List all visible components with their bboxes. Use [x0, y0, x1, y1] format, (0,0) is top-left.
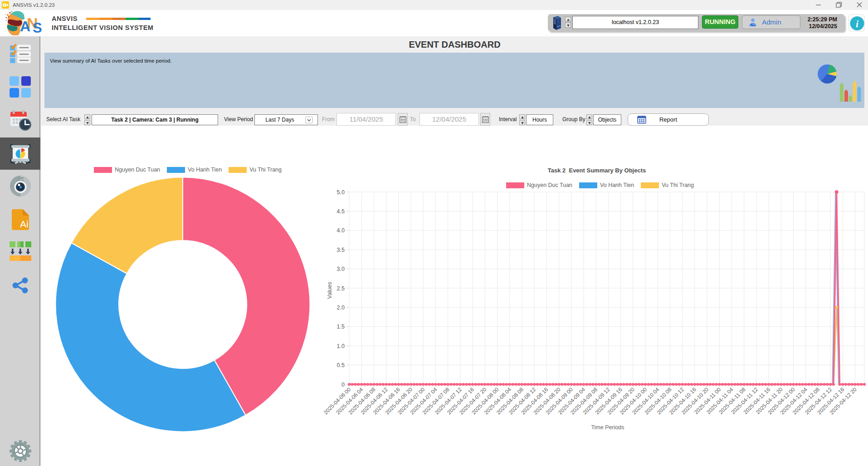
- svg-text:4.0: 4.0: [337, 227, 345, 234]
- svg-text:4.5: 4.5: [337, 208, 345, 215]
- svg-text:Time Periods: Time Periods: [591, 424, 624, 431]
- svg-text:1.5: 1.5: [337, 324, 345, 330]
- svg-text:0.5: 0.5: [337, 362, 345, 368]
- svg-text:3.0: 3.0: [337, 266, 345, 272]
- svg-text:2.0: 2.0: [337, 304, 345, 311]
- svg-text:Values: Values: [327, 282, 333, 299]
- svg-text:0: 0: [341, 382, 345, 388]
- svg-text:3.5: 3.5: [337, 247, 345, 253]
- svg-text:5.0: 5.0: [337, 189, 345, 196]
- svg-text:1.0: 1.0: [337, 343, 345, 349]
- svg-text:2.5: 2.5: [337, 285, 345, 292]
